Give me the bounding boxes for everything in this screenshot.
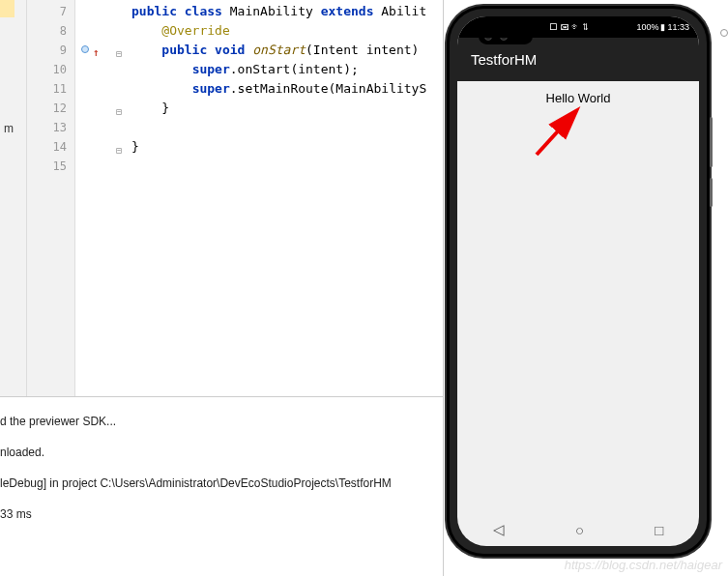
line-number: 13 [27, 118, 67, 137]
status-bar: ☐ ✉ ᯤ ⇅ 100% ▮ 11:33 [457, 16, 699, 38]
line-number: 14 [27, 137, 67, 157]
power-button [710, 178, 713, 207]
clock: 11:33 [667, 22, 689, 32]
code-content[interactable]: public class MainAbility extends Abilit … [131, 0, 443, 396]
phone-screen[interactable]: ☐ ✉ ᯤ ⇅ 100% ▮ 11:33 TestforHM Hello Wor… [457, 16, 699, 546]
console-line: nloaded. [0, 446, 439, 459]
code-line[interactable] [131, 157, 443, 176]
code-line[interactable]: super.setMainRoute(MainAbilityS [131, 79, 443, 99]
panel-divider[interactable] [443, 0, 444, 576]
line-number: 7 [27, 2, 67, 21]
line-number: 8 [27, 21, 67, 41]
project-tree-selection[interactable] [0, 0, 15, 17]
scroll-indicator-icon [720, 29, 728, 37]
battery-percent: 100% [636, 22, 658, 32]
project-panel: m [0, 0, 27, 396]
line-number: 10 [27, 60, 67, 79]
line-number-gutter: 7 8 9 10 11 12 13 14 15 [27, 0, 75, 396]
console-line: leDebug] in project C:\Users\Administrat… [0, 476, 439, 490]
gutter-icons: ↑ ⊟ ⊟ ⊟ [75, 0, 131, 396]
navigation-bar: ◁ ○ □ [457, 513, 699, 546]
watermark: https://blog.csdn.net/haigear [565, 558, 722, 572]
line-number: 9 [27, 41, 67, 60]
home-button[interactable]: ○ [575, 522, 584, 538]
line-number: 15 [27, 157, 67, 176]
line-number: 11 [27, 79, 67, 99]
code-line[interactable]: } [131, 99, 443, 118]
status-icons: ☐ ✉ ᯤ ⇅ [549, 22, 588, 32]
code-line[interactable]: public void onStart(Intent intent) [131, 41, 443, 60]
console-line: 33 ms [0, 507, 439, 521]
volume-button [710, 117, 713, 167]
hello-world-label: Hello World [546, 91, 611, 105]
recent-button[interactable]: □ [655, 522, 663, 538]
code-line[interactable]: super.onStart(intent); [131, 60, 443, 79]
code-line[interactable]: @Override [131, 21, 443, 41]
build-output-panel[interactable]: d the previewer SDK... nloaded. leDebug]… [0, 396, 443, 576]
battery-icon: ▮ [660, 22, 665, 32]
device-preview: ☐ ✉ ᯤ ⇅ 100% ▮ 11:33 TestforHM Hello Wor… [447, 6, 710, 557]
project-tree-item[interactable]: m [4, 122, 14, 135]
override-icon[interactable] [81, 45, 89, 53]
code-line[interactable]: } [131, 137, 443, 157]
code-line[interactable] [131, 118, 443, 137]
code-editor[interactable]: 7 8 9 10 11 12 13 14 15 ↑ ⊟ ⊟ ⊟ public c… [27, 0, 443, 396]
line-number: 12 [27, 99, 67, 118]
app-title: TestforHM [471, 51, 537, 68]
console-line: d the previewer SDK... [0, 415, 439, 428]
code-line[interactable]: public class MainAbility extends Abilit [131, 2, 443, 21]
back-button[interactable]: ◁ [493, 521, 505, 538]
app-body[interactable]: Hello World [457, 81, 699, 513]
